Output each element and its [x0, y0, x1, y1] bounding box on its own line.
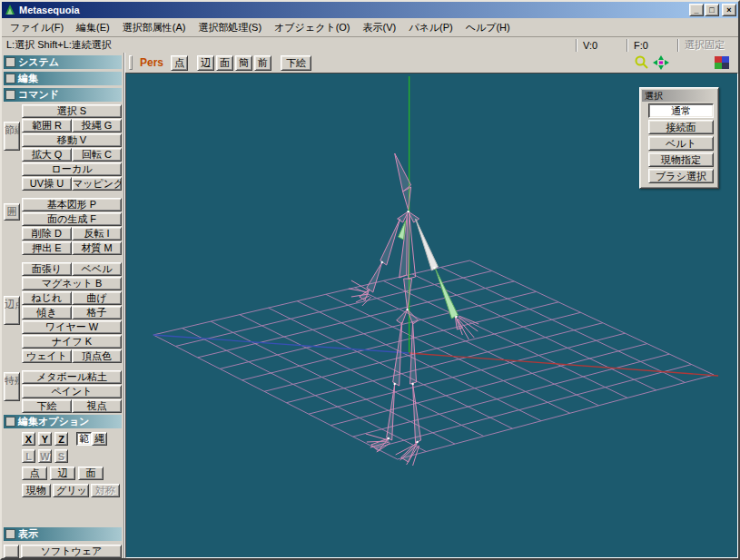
lasso-mode-toggle[interactable]: 縄	[92, 432, 107, 446]
axes	[153, 76, 718, 376]
menu-object[interactable]: オブジェクト(O)	[268, 19, 356, 36]
face-element-toggle[interactable]: 面	[78, 467, 104, 480]
cmd-underlay-button[interactable]: 下絵	[22, 399, 72, 413]
software-render-button[interactable]: ソフトウェア	[21, 545, 122, 558]
command-category-tab-4[interactable]: 特殊	[4, 372, 20, 401]
cmd-knife-button[interactable]: ナイフ K	[22, 335, 122, 349]
cmd-scale-button[interactable]: 拡大 Q	[22, 148, 72, 162]
cmd-rotate-button[interactable]: 回転 C	[72, 148, 122, 162]
cmd-weight-button[interactable]: ウェイト	[22, 349, 72, 363]
cmd-lattice-button[interactable]: 格子	[72, 306, 122, 319]
cmd-move-button[interactable]: 移動 V	[22, 133, 122, 147]
sel-object-specify-button[interactable]: 現物指定	[648, 152, 714, 167]
cmd-viewpoint-button[interactable]: 視点	[72, 399, 122, 413]
app-window: Metasequoia _ □ × ファイル(F) 編集(E) 選択部属性(A)…	[0, 0, 740, 560]
show-edges-button[interactable]: 辺	[197, 55, 214, 71]
current-object-toggle[interactable]: 現物	[22, 484, 51, 497]
separator	[677, 39, 679, 52]
grid-snap-toggle[interactable]: グリッド	[53, 484, 89, 497]
window-title: Metasequoia	[19, 5, 688, 15]
menu-panel[interactable]: パネル(P)	[402, 19, 459, 36]
zoom-icon[interactable]	[635, 55, 649, 70]
axis-x-toggle[interactable]: X	[22, 432, 35, 446]
toolbar-grip[interactable]	[129, 55, 133, 70]
axis-gizmo-icon[interactable]	[653, 55, 669, 70]
menu-bar: ファイル(F) 編集(E) 選択部属性(A) 選択部処理(S) オブジェクト(O…	[2, 18, 738, 36]
axis-y-toggle[interactable]: Y	[38, 432, 52, 446]
command-category-tab-3[interactable]: 辺点	[4, 296, 20, 325]
maximize-button[interactable]: □	[705, 4, 719, 16]
sel-brush-button[interactable]: ブラシ選択	[648, 169, 714, 183]
selection-panel-title[interactable]: 選択	[642, 90, 716, 102]
command-panel: 節纏 囲 辺点 特殊 選択 S 範囲 R 投縄 G 移動 V 拡大 Q 回転 C…	[2, 103, 123, 414]
cmd-range-button[interactable]: 範囲 R	[22, 119, 72, 133]
minimize-button[interactable]: _	[689, 4, 704, 16]
cmd-paint-button[interactable]: ペイント	[22, 385, 122, 398]
menu-selection-attr[interactable]: 選択部属性(A)	[116, 19, 192, 36]
floor-grid	[153, 260, 714, 459]
menu-edit[interactable]: 編集(E)	[70, 19, 116, 36]
cmd-wire-button[interactable]: ワイヤー W	[22, 320, 122, 334]
panel-header-command[interactable]: コマンド	[4, 88, 122, 102]
cmd-metaball-button[interactable]: メタボール粘土	[22, 370, 122, 384]
panel-header-edit-options[interactable]: 編集オプション	[4, 415, 122, 428]
cmd-bend-button[interactable]: 曲げ	[72, 291, 122, 305]
symmetry-toggle[interactable]: 対称	[91, 484, 120, 497]
edge-element-toggle[interactable]: 辺	[50, 467, 75, 480]
sidebar: システム 編集 コマンド 節纏 囲 辺点 特殊 選択 S 範囲 R 投縄 G 移…	[2, 53, 124, 558]
display-panel: ソフトウェア	[2, 543, 123, 558]
simple-display-button[interactable]: 簡	[235, 55, 252, 71]
cmd-delete-button[interactable]: 削除 D	[22, 227, 72, 241]
skeleton-model	[349, 153, 479, 466]
command-category-tab-1[interactable]: 節纏	[4, 122, 20, 151]
menu-selection-proc[interactable]: 選択部処理(S)	[192, 19, 268, 36]
close-button[interactable]: ×	[722, 4, 736, 16]
cmd-local-button[interactable]: ローカル	[22, 162, 122, 176]
cmd-face-fill-button[interactable]: 面張り	[22, 262, 72, 276]
cmd-bevel-button[interactable]: ベベル	[72, 262, 122, 276]
screen-s-toggle[interactable]: S	[54, 449, 68, 463]
front-display-button[interactable]: 前	[254, 55, 271, 71]
underlay-display-button[interactable]: 下絵	[281, 55, 311, 71]
command-category-tab-2[interactable]: 囲	[4, 203, 20, 221]
point-element-toggle[interactable]: 点	[22, 467, 47, 480]
panel-header-display[interactable]: 表示	[4, 527, 122, 541]
title-bar[interactable]: Metasequoia _ □ ×	[2, 2, 738, 18]
view-mode-label: Pers	[140, 56, 163, 69]
cmd-twist-button[interactable]: ねじれ	[22, 291, 72, 305]
cmd-magnet-button[interactable]: マグネット B	[22, 277, 122, 290]
cmd-tilt-button[interactable]: 傾き	[22, 306, 72, 319]
cmd-mapping-button[interactable]: マッピング	[72, 177, 122, 191]
panel-header-system[interactable]: システム	[4, 55, 122, 69]
range-mode-toggle[interactable]: 範	[76, 432, 92, 446]
view-toolbar: Pers 点 辺 面 簡 前 下絵	[125, 53, 738, 73]
panel-header-edit[interactable]: 編集	[4, 72, 122, 85]
local-l-toggle[interactable]: L	[22, 449, 35, 463]
selection-panel: 選択 通常 接続面 ベルト 現物指定 ブラシ選択	[639, 87, 719, 189]
sel-connected-face-button[interactable]: 接続面	[648, 120, 714, 134]
axis-z-toggle[interactable]: Z	[54, 432, 68, 446]
cmd-material-button[interactable]: 材質 M	[72, 241, 122, 255]
sel-belt-button[interactable]: ベルト	[648, 136, 714, 151]
face-count: F:0	[631, 40, 675, 51]
show-faces-button[interactable]: 面	[216, 55, 233, 71]
menu-file[interactable]: ファイル(F)	[4, 19, 70, 36]
cmd-select-button[interactable]: 選択 S	[22, 104, 122, 118]
menu-view[interactable]: 表示(V)	[357, 19, 403, 36]
world-w-toggle[interactable]: W	[38, 449, 52, 463]
cmd-create-face-button[interactable]: 面の生成 F	[22, 212, 122, 226]
menu-help[interactable]: ヘルプ(H)	[459, 19, 517, 36]
cmd-primitive-button[interactable]: 基本図形 P	[22, 198, 122, 211]
edit-options-panel: X Y Z 範 縄 L W S 点 辺 面	[2, 430, 123, 501]
selection-lock-toggle[interactable]: 選択固定	[682, 38, 735, 52]
sel-normal-button[interactable]: 通常	[648, 103, 714, 118]
cmd-vertex-color-button[interactable]: 頂点色	[72, 349, 122, 363]
cmd-uv-edit-button[interactable]: UV操 U	[22, 177, 72, 191]
mouse-hint-label: L:選択 Shift+L:連続選択	[6, 38, 573, 52]
cmd-lasso-button[interactable]: 投縄 G	[72, 119, 122, 133]
palette-icon[interactable]	[715, 56, 729, 69]
show-points-button[interactable]: 点	[171, 55, 188, 71]
display-category-tab[interactable]	[4, 545, 19, 558]
cmd-extrude-button[interactable]: 押出 E	[22, 241, 72, 255]
cmd-invert-button[interactable]: 反転 I	[72, 227, 122, 241]
